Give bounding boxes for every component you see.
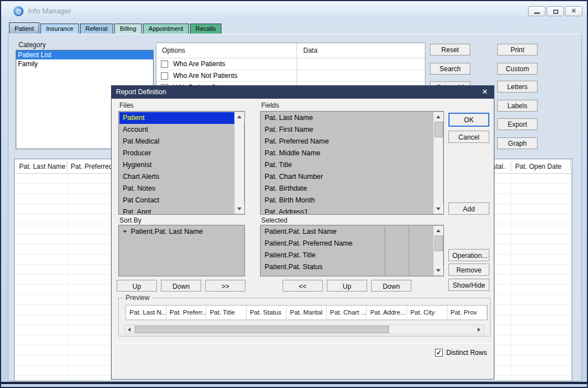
- selected-item[interactable]: Patient.Pat. Last Name: [261, 226, 433, 238]
- close-button[interactable]: ✕: [565, 6, 582, 16]
- labels-button[interactable]: Labels: [497, 100, 538, 112]
- results-col-last-name: Pat. Last Name: [19, 163, 66, 170]
- sort-by-label: Sort By: [119, 216, 141, 224]
- preview-horizontal-scrollbar[interactable]: [124, 325, 484, 334]
- scroll-up-icon[interactable]: [434, 226, 443, 235]
- scroll-up-icon[interactable]: [434, 112, 443, 122]
- preview-column-header[interactable]: Pat. City: [407, 306, 447, 320]
- files-scrollbar[interactable]: [234, 112, 244, 214]
- fields-item[interactable]: Pat. Last Name: [261, 112, 433, 124]
- tab[interactable]: Patient: [9, 22, 39, 34]
- fields-item[interactable]: Pat. Birthdate: [261, 183, 433, 195]
- preview-column-header[interactable]: Pat. Title: [206, 306, 247, 320]
- scroll-thumb[interactable]: [135, 326, 389, 333]
- tab[interactable]: Referral: [80, 24, 113, 34]
- sort-by-listbox[interactable]: + Patient.Pat. Last Name: [118, 225, 245, 276]
- ok-button[interactable]: OK: [448, 113, 489, 127]
- scroll-thumb[interactable]: [434, 235, 443, 251]
- remove-button[interactable]: Remove: [448, 264, 489, 276]
- preview-column-header[interactable]: Pat. Prov: [447, 306, 488, 320]
- graph-button[interactable]: Graph: [497, 137, 538, 149]
- files-item[interactable]: Chart Alerts: [119, 171, 234, 183]
- custom-button[interactable]: Custom: [497, 63, 538, 75]
- sort-by-item[interactable]: + Patient.Pat. Last Name: [119, 226, 244, 238]
- show-hide-button[interactable]: Show/Hide: [448, 279, 489, 291]
- cancel-button[interactable]: Cancel: [448, 131, 489, 143]
- files-item[interactable]: Hygienist: [119, 159, 234, 171]
- files-item[interactable]: Patient: [119, 112, 234, 124]
- fields-item[interactable]: Pat. Preferred Name: [261, 136, 433, 147]
- preview-column-header[interactable]: Pat. Marital: [286, 306, 327, 320]
- option-checkbox[interactable]: [161, 61, 168, 68]
- tab[interactable]: Billing: [114, 24, 142, 34]
- preview-column-header[interactable]: Pat. Chart ...: [327, 306, 367, 320]
- selected-scrollbar[interactable]: [433, 226, 443, 275]
- files-item[interactable]: Producer: [119, 147, 234, 159]
- category-item[interactable]: Family: [16, 59, 153, 68]
- fields-item[interactable]: Pat. Birth Month: [261, 195, 433, 206]
- tab-strip: PatientInsuranceReferralBillingAppointme…: [9, 24, 221, 34]
- letters-button[interactable]: Letters: [497, 81, 538, 93]
- scroll-thumb[interactable]: [434, 122, 443, 137]
- selected-listbox[interactable]: Patient.Pat. Last NamePatient.Pat. Prefe…: [260, 225, 444, 276]
- preview-groupbox: Preview Pat. Last N...Pat. Preferr...Pat…: [118, 298, 490, 336]
- sort-down-button[interactable]: Down: [161, 280, 201, 292]
- distinct-rows-label: Distinct Rows: [446, 349, 487, 357]
- preview-column-header[interactable]: Pat. Last N...: [126, 306, 166, 320]
- scroll-down-icon[interactable]: [434, 266, 443, 275]
- tab[interactable]: Appointment: [143, 24, 189, 34]
- files-listbox[interactable]: PatientAccountPat MedicalProducerHygieni…: [118, 111, 245, 215]
- scroll-down-icon[interactable]: [235, 204, 244, 214]
- selected-item[interactable]: Patient.Pat. Title: [261, 250, 433, 261]
- selected-up-button[interactable]: Up: [327, 280, 367, 292]
- tab[interactable]: Recalls: [190, 24, 221, 34]
- selected-item[interactable]: Patient.Pat. Marital: [261, 273, 433, 275]
- fields-item[interactable]: Pat. Title: [261, 159, 433, 171]
- files-item[interactable]: Account: [119, 124, 234, 136]
- fields-item[interactable]: Pat. Address1: [261, 206, 433, 214]
- restore-button[interactable]: [547, 6, 564, 16]
- scroll-left-icon[interactable]: [125, 325, 135, 334]
- add-button[interactable]: Add: [448, 202, 489, 215]
- sort-up-button[interactable]: Up: [117, 280, 157, 292]
- option-row[interactable]: Who Are Patients: [156, 58, 425, 70]
- fields-listbox[interactable]: Pat. Last NamePat. First NamePat. Prefer…: [260, 111, 444, 215]
- move-right-button[interactable]: >>: [205, 280, 246, 292]
- dialog-title-bar: Report Definition ✕: [112, 86, 494, 99]
- preview-column-header[interactable]: Pat. Addre...: [367, 306, 407, 320]
- search-button[interactable]: Search: [430, 63, 470, 75]
- scroll-right-icon[interactable]: [474, 325, 484, 334]
- scroll-up-icon[interactable]: [235, 112, 244, 122]
- minimize-button[interactable]: [528, 6, 545, 16]
- selected-item[interactable]: Patient.Pat. Status: [261, 261, 433, 273]
- body-column-line: [68, 174, 68, 380]
- option-checkbox[interactable]: [161, 72, 168, 80]
- header-divider: [511, 161, 511, 172]
- distinct-rows-checkbox[interactable]: ✓: [435, 349, 443, 357]
- selected-item[interactable]: Patient.Pat. Preferred Name: [261, 238, 433, 250]
- operation-button[interactable]: Operation...: [448, 249, 489, 261]
- move-left-button[interactable]: <<: [283, 280, 323, 292]
- header-divider: [570, 161, 571, 172]
- print-button[interactable]: Print: [497, 44, 538, 56]
- scroll-down-icon[interactable]: [434, 204, 443, 214]
- files-item[interactable]: Pat. Appt: [119, 206, 234, 214]
- export-button[interactable]: Export: [497, 118, 538, 130]
- tab[interactable]: Insurance: [40, 24, 78, 34]
- fields-item[interactable]: Pat. Middle Name: [261, 147, 433, 159]
- files-item[interactable]: Pat Medical: [119, 136, 234, 147]
- files-item[interactable]: Pat Contact: [119, 195, 234, 206]
- preview-column-header[interactable]: Pat. Status: [247, 306, 287, 320]
- fields-scrollbar[interactable]: [433, 112, 443, 214]
- dialog-close-icon[interactable]: ✕: [480, 87, 490, 97]
- selected-down-button[interactable]: Down: [371, 280, 411, 292]
- category-item[interactable]: Patient List: [16, 50, 153, 59]
- option-row[interactable]: Who Are Not Patients: [156, 70, 425, 82]
- fields-item[interactable]: Pat. First Name: [261, 124, 433, 136]
- preview-header-row: Pat. Last N...Pat. Preferr...Pat. TitleP…: [126, 305, 488, 320]
- preview-column-header[interactable]: Pat. Preferr...: [166, 306, 207, 320]
- fields-item[interactable]: Pat. Chart Number: [261, 171, 433, 183]
- fields-label: Fields: [261, 101, 279, 109]
- files-item[interactable]: Pat. Notes: [119, 183, 234, 195]
- reset-button[interactable]: Reset: [430, 44, 470, 56]
